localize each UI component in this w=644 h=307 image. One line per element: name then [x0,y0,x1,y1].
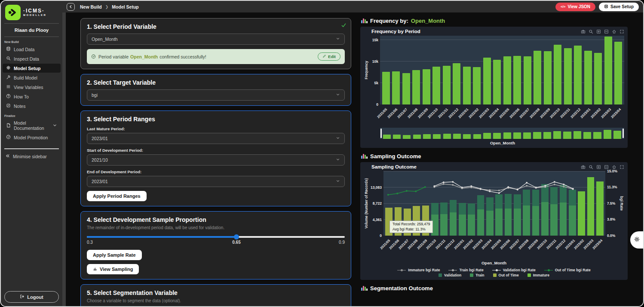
legend-item-out-of-time-bgi-rate[interactable]: Out of Time bgi Rate [544,268,591,272]
y-tick-label: 15.0% [607,169,617,173]
sidebar-item-view-variables[interactable]: View Variables [3,83,61,92]
range-slider-bar-slot [442,128,452,139]
legend-item-train[interactable]: Train [470,273,484,277]
x-tick: 2023/04 [596,237,606,259]
range-slider-bar [453,134,461,139]
breadcrumb-model-setup[interactable]: Model Setup [112,4,138,9]
period-variable-select[interactable]: Open_Month [87,34,345,45]
apply-sample-rate-button[interactable]: Apply Sample Rate [87,250,142,260]
legend-line-swatch [397,269,406,272]
sidebar-item-label: Model Promotion [14,135,48,140]
last-mature-period-select[interactable]: 2023/01 [87,133,345,144]
sidebar-item-how-to[interactable]: How To [3,92,61,101]
legend-item-immature-bgi-rate[interactable]: Immature bgi Rate [397,268,440,272]
bar-segment-immature [587,177,595,236]
view-json-button[interactable]: </> View JSON [555,3,595,11]
camera-icon[interactable] [581,29,586,34]
range-slider-bar-slot [402,128,412,139]
bar-slot [533,36,543,104]
bar-slot [476,171,485,236]
bar-slot [522,36,533,104]
home-icon[interactable] [612,29,616,34]
zoom-out-icon[interactable] [604,165,609,169]
frequency-bar-2021/09 [423,69,430,104]
legend-item-validation[interactable]: Validation [439,273,461,277]
sidebar-item-label: Load Data [14,47,34,52]
breadcrumb-new-build[interactable]: New Build [80,4,102,9]
back-button[interactable] [67,3,75,11]
frequency-bar-2021/12 [453,63,460,104]
edit-button[interactable]: Edit [318,52,340,61]
slider-min-label: 0.3 [87,240,93,245]
sidebar-item-model-setup[interactable]: Model Setup [3,64,61,73]
range-slider-bar [513,132,521,139]
sidebar-item-notes[interactable]: Notes [3,101,61,111]
bar-slot [512,36,523,104]
fullscreen-icon[interactable] [619,29,624,34]
frequency-range-slider[interactable] [380,128,624,139]
sidebar-item-model-promotion[interactable]: Model Promotion [3,133,61,142]
slider-handle[interactable] [234,234,239,239]
sample-proportion-slider[interactable] [87,234,345,239]
frequency-y-ticks: 05k10k15k [369,36,380,104]
logout-button[interactable]: Logout [4,291,59,303]
sidebar-item-build-model[interactable]: Build Model [3,73,61,82]
sidebar-item-load-data[interactable]: Load Data [3,45,61,54]
bar-segment-validation [468,203,475,215]
range-slider-bar-slot [502,128,512,139]
chevron-down-icon [336,37,340,42]
bar-segment-train [468,215,475,236]
range-slider-bar-slot [532,128,542,139]
bar-slot [462,36,472,104]
zoom-in-icon[interactable] [596,29,601,34]
sidebar-item-inspect-data[interactable]: Inspect Data [3,54,61,63]
sidebar-item-model-documentation[interactable]: Model Documentation [3,119,61,132]
camera-icon[interactable] [581,165,586,169]
target-variable-select[interactable]: bgi [87,89,345,101]
bar-slot [492,36,503,104]
sidebar-bottom: Logout [1,288,62,306]
apply-period-ranges-button[interactable]: Apply Period Ranges [87,191,147,201]
zoom-out-icon[interactable] [604,29,609,34]
range-slider-left-handle[interactable] [380,129,382,138]
view-sampling-button[interactable]: View Sampling [87,264,139,274]
bar-slot [411,36,422,104]
bar-slot [503,171,512,236]
range-slider-bar-slot [572,128,582,139]
sidebar-item-label: Build Model [14,75,37,80]
save-setup-button[interactable]: Save Setup [599,3,639,11]
frequency-bar-2021/08 [412,70,420,104]
bar-chart-icon [361,154,368,159]
bar-slot [583,36,593,104]
dev-start-label: Start of Development Period: [87,148,345,153]
range-slider-right-handle[interactable] [623,129,624,138]
sampling-plot-area[interactable]: Total Records: 259,479 Avg bgi Rate: 11.… [383,171,605,236]
legend-item-immature[interactable]: Immature [527,273,549,277]
legend-item-validation-bgi-rate[interactable]: Validation bgi Rate [492,268,536,272]
magnifier-icon[interactable] [589,29,593,34]
legend-item-out-of-time[interactable]: Out of Time [493,273,519,277]
logout-icon [20,294,25,300]
sampling-section-header: Sampling Outcome [360,151,628,162]
magnifier-icon[interactable] [589,165,593,169]
stacked-bar-2022/10 [541,184,549,236]
frequency-bar-2022/12 [574,46,582,104]
stacked-bar-2022/01 [459,203,466,236]
zoom-in-icon[interactable] [596,165,601,169]
home-icon[interactable] [612,165,616,169]
legend-color-swatch [527,273,531,277]
main-scrollbar[interactable] [62,12,66,306]
slider-max-label: 0.9 [339,240,345,245]
sidebar-item-label: How To [14,94,29,99]
y-tick-label: 10k [372,59,378,64]
dev-end-select[interactable]: 2023/01 [87,176,345,187]
stacked-bar-2021/12 [450,200,457,236]
bar-segment-validation [450,200,457,212]
frequency-plot-area[interactable] [380,36,624,104]
breadcrumb-chevron-icon: ❯ [105,5,109,9]
search-icon [6,56,11,61]
minimise-sidebar-button[interactable]: Minimise sidebar [1,149,62,163]
legend-item-train-bgi-rate[interactable]: Train bgi Rate [448,268,483,272]
fullscreen-icon[interactable] [619,165,624,169]
dev-start-select[interactable]: 2021/10 [87,154,345,166]
